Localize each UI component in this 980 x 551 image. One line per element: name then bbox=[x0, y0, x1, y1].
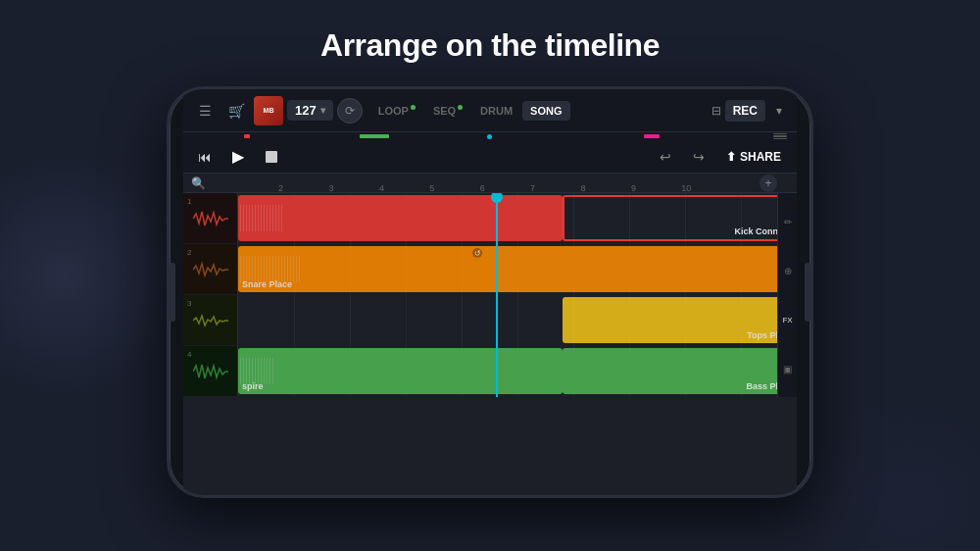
cart-button[interactable]: 🛒 bbox=[222, 97, 250, 125]
waveform-icon-2 bbox=[193, 259, 228, 280]
phone-wrapper: ☰ 🛒 MB 127 ▾ ⟳ LOOP SEQ DRUM bbox=[167, 86, 813, 498]
rewind-button[interactable]: ⏮ bbox=[191, 143, 219, 171]
clip-track1-main[interactable] bbox=[238, 195, 563, 241]
clip-pattern-4 bbox=[238, 348, 563, 394]
share-button[interactable]: ⬆ SHARE bbox=[718, 146, 789, 168]
album-art: MB bbox=[254, 96, 283, 125]
ruler-num-9: 9 bbox=[631, 183, 636, 193]
tracks-area: 1 bbox=[183, 193, 797, 397]
track-label-1: 1 bbox=[183, 193, 238, 243]
clip-track4-main[interactable]: spire bbox=[238, 348, 563, 394]
track-row-4: 4 bbox=[183, 346, 797, 397]
phone-notch-right bbox=[805, 263, 810, 322]
timeline-ruler: 🔍 2 3 4 5 6 7 8 9 10 + bbox=[183, 174, 797, 193]
ruler-num-7: 7 bbox=[530, 183, 535, 193]
clip-pattern-2 bbox=[238, 246, 797, 292]
ruler-num-10: 10 bbox=[681, 183, 691, 193]
track-content-2: ↺ Snare Place bbox=[238, 244, 797, 294]
clip-label-snare: Snare Place bbox=[242, 279, 292, 289]
add-track-button[interactable]: + bbox=[760, 175, 777, 192]
edit-tool-button[interactable]: ✏ bbox=[779, 213, 797, 230]
page-title: Arrange on the timeline bbox=[320, 27, 660, 64]
track-num-2: 2 bbox=[187, 248, 191, 257]
bg-orb-right bbox=[804, 394, 980, 551]
rec-button[interactable]: REC bbox=[725, 100, 765, 122]
indicator-teal bbox=[487, 134, 492, 139]
indicator-pink bbox=[644, 134, 660, 138]
indicator-green bbox=[360, 134, 389, 138]
redo-button[interactable]: ↪ bbox=[685, 143, 712, 171]
clip-pattern-1 bbox=[238, 195, 563, 241]
tab-seq[interactable]: SEQ bbox=[425, 101, 470, 121]
playhead bbox=[496, 193, 498, 397]
ruler-num-2: 2 bbox=[278, 183, 283, 193]
clip-label-spire: spire bbox=[242, 381, 264, 391]
clip-track3-tops[interactable]: ↺ Tops Place bbox=[563, 297, 797, 343]
ruler-num-3: 3 bbox=[329, 183, 334, 193]
tab-song[interactable]: SONG bbox=[522, 101, 569, 121]
indicator-bar bbox=[183, 132, 797, 140]
track-content-4: spire ↺ Bass Place bbox=[238, 346, 797, 396]
track-label-4: 4 bbox=[183, 346, 238, 396]
bpm-display[interactable]: 127 ▾ bbox=[287, 100, 333, 121]
ruler-num-5: 5 bbox=[429, 183, 434, 193]
track-num-1: 1 bbox=[187, 197, 191, 206]
stop-button[interactable] bbox=[258, 143, 285, 171]
tab-loop[interactable]: LOOP bbox=[370, 101, 423, 121]
right-tools-panel: ✏ ⊕ FX ▣ bbox=[777, 193, 797, 397]
eq-button[interactable]: ⊟ bbox=[711, 104, 721, 118]
waveform-icon-4 bbox=[193, 361, 228, 382]
ruler-num-6: 6 bbox=[480, 183, 485, 193]
bg-orb-left bbox=[0, 153, 186, 398]
track-content-1: ↺ Kick Connect bbox=[238, 193, 797, 243]
track-num-4: 4 bbox=[187, 350, 191, 359]
clip-track4-bass[interactable]: ↺ Bass Place bbox=[563, 348, 797, 394]
waveform-icon-3 bbox=[193, 310, 228, 331]
track-row-2: 2 bbox=[183, 244, 797, 295]
tempo-knob[interactable]: ⟳ bbox=[337, 98, 363, 124]
indicator-red bbox=[244, 134, 250, 138]
chevron-down-button[interactable]: ▾ bbox=[769, 97, 789, 125]
waveform-icon-1 bbox=[193, 208, 228, 229]
track-label-3: 3 bbox=[183, 295, 238, 345]
track-row-3: 3 bbox=[183, 295, 797, 346]
phone-notch-left bbox=[170, 263, 175, 322]
ruler-num-8: 8 bbox=[581, 183, 586, 193]
folder-tool-button[interactable]: ▣ bbox=[779, 360, 797, 377]
nav-tabs: LOOP SEQ DRUM SONG bbox=[370, 101, 570, 121]
track-row-1: 1 bbox=[183, 193, 797, 244]
track-content-3: ↺ Tops Place bbox=[238, 295, 797, 345]
bpm-arrow-icon: ▾ bbox=[320, 105, 325, 116]
tab-drum[interactable]: DRUM bbox=[472, 101, 520, 121]
track-label-2: 2 bbox=[183, 244, 238, 294]
clip-track1-kick[interactable]: ↺ Kick Connect bbox=[563, 195, 797, 241]
transport-bar: ⏮ ▶ ↩ ↪ ⬆ SHARE bbox=[183, 140, 797, 174]
top-bar: ☰ 🛒 MB 127 ▾ ⟳ LOOP SEQ DRUM bbox=[183, 89, 797, 132]
mixer-tool-button[interactable]: ⊕ bbox=[779, 262, 797, 279]
zoom-button[interactable]: 🔍 bbox=[191, 176, 206, 190]
play-button[interactable]: ▶ bbox=[224, 143, 252, 171]
menu-button[interactable]: ☰ bbox=[191, 97, 219, 125]
phone-screen: ☰ 🛒 MB 127 ▾ ⟳ LOOP SEQ DRUM bbox=[183, 89, 797, 495]
clip-track2-snare[interactable]: ↺ Snare Place bbox=[238, 246, 797, 292]
indicator-lines bbox=[773, 133, 787, 140]
track-num-3: 3 bbox=[187, 299, 191, 308]
share-icon: ⬆ bbox=[726, 150, 736, 164]
bpm-value: 127 bbox=[295, 103, 317, 118]
phone-frame: ☰ 🛒 MB 127 ▾ ⟳ LOOP SEQ DRUM bbox=[167, 86, 813, 498]
fx-tool-button[interactable]: FX bbox=[779, 311, 797, 328]
ruler-num-4: 4 bbox=[379, 183, 384, 193]
undo-button[interactable]: ↩ bbox=[652, 143, 679, 171]
